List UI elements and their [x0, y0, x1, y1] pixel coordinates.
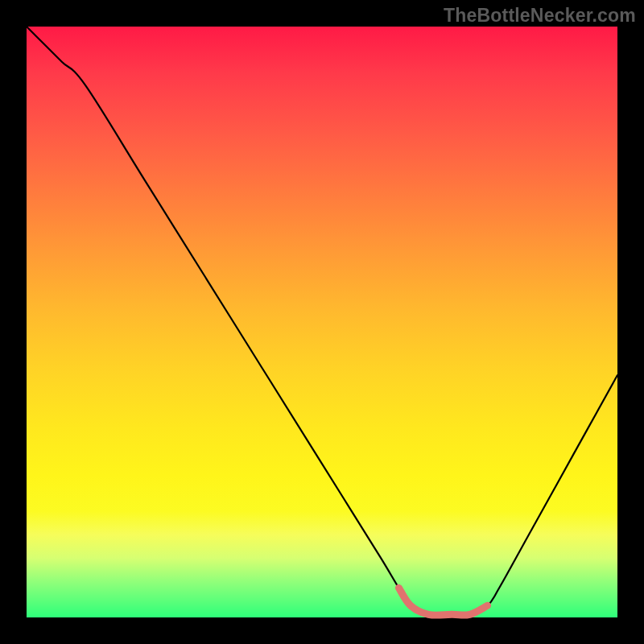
- flat-highlight: [398, 588, 487, 615]
- chart-svg: [27, 27, 617, 617]
- main-curve: [27, 27, 617, 615]
- watermark-label: TheBottleNecker.com: [444, 5, 636, 27]
- chart-frame: TheBottleNecker.com: [0, 0, 644, 644]
- plot-area: [27, 27, 617, 617]
